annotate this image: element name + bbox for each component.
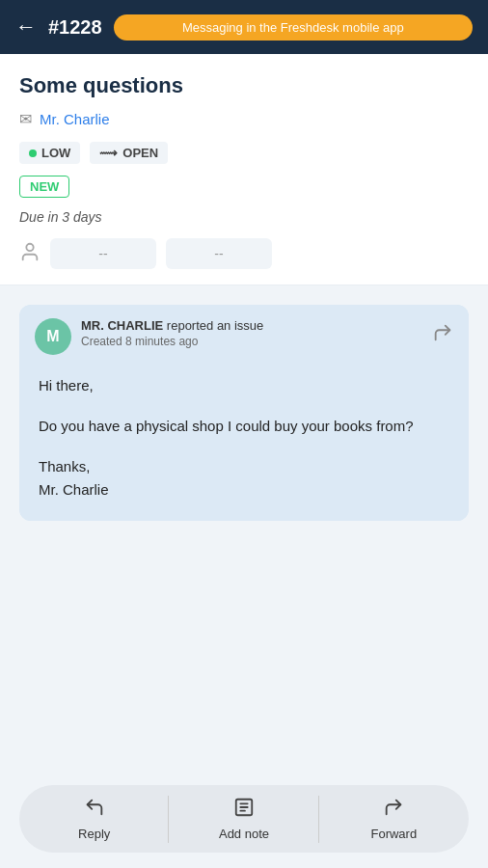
due-text: Due in 3 days: [19, 209, 469, 225]
header-banner: Messaging in the Freshdesk mobile app: [114, 14, 473, 41]
ticket-title: Some questions: [19, 73, 469, 98]
forward-icon: [383, 797, 404, 823]
tag-badge: NEW: [19, 176, 69, 198]
action-bar: Reply Add note Forward: [0, 773, 488, 868]
message-header-left: M MR. CHARLIE reported an issue Created …: [35, 318, 263, 355]
priority-label: LOW: [41, 146, 70, 160]
ticket-badges: LOW ⟿ OPEN: [19, 142, 469, 164]
assignee-field-2[interactable]: --: [166, 238, 272, 269]
bottom-spacer: [0, 530, 488, 627]
message-header: M MR. CHARLIE reported an issue Created …: [19, 305, 469, 365]
ticket-card: Some questions ✉ Mr. Charlie LOW ⟿ OPEN …: [0, 54, 488, 285]
forward-label: Forward: [370, 827, 417, 841]
created-text: Created 8 minutes ago: [81, 335, 263, 348]
priority-dot: [29, 149, 37, 157]
reporter-name: MR. CHARLIE: [81, 318, 163, 333]
message-line-1: Hi there,: [39, 374, 449, 397]
message-line-3: Thanks,: [39, 455, 449, 478]
message-line-2: Do you have a physical shop I could buy …: [39, 415, 449, 438]
reply-button[interactable]: Reply: [19, 785, 169, 853]
svg-point-0: [26, 243, 33, 250]
contact-name: Mr. Charlie: [40, 111, 110, 127]
note-icon: [233, 797, 255, 823]
message-meta: MR. CHARLIE reported an issue Created 8 …: [81, 318, 263, 348]
main-scroll: Some questions ✉ Mr. Charlie LOW ⟿ OPEN …: [0, 54, 488, 868]
action-bar-inner: Reply Add note Forward: [19, 785, 469, 853]
assignee-field-1[interactable]: --: [50, 238, 156, 269]
add-note-button[interactable]: Add note: [169, 785, 318, 853]
email-icon: ✉: [19, 110, 32, 128]
ticket-contact[interactable]: ✉ Mr. Charlie: [19, 110, 469, 128]
priority-badge[interactable]: LOW: [19, 142, 80, 164]
reply-icon: [84, 797, 105, 823]
person-icon: [19, 241, 41, 267]
reply-label: Reply: [78, 827, 110, 841]
forward-button[interactable]: Forward: [319, 785, 469, 853]
avatar: M: [35, 318, 71, 355]
status-badge[interactable]: ⟿ OPEN: [90, 142, 168, 164]
message-line-4: Mr. Charlie: [39, 478, 449, 502]
message-container: M MR. CHARLIE reported an issue Created …: [0, 285, 488, 521]
message-bubble: M MR. CHARLIE reported an issue Created …: [19, 305, 469, 521]
back-button[interactable]: ←: [15, 14, 37, 40]
reporter-text: MR. CHARLIE reported an issue: [81, 318, 263, 333]
status-icon: ⟿: [99, 146, 118, 160]
header: ← #1228 Messaging in the Freshdesk mobil…: [0, 0, 488, 54]
add-note-label: Add note: [219, 827, 269, 841]
message-body: Hi there, Do you have a physical shop I …: [19, 365, 469, 521]
assignee-row: -- --: [19, 238, 469, 269]
ticket-id: #1228: [48, 16, 102, 39]
reply-arrow-button[interactable]: [432, 322, 453, 348]
status-label: OPEN: [122, 146, 158, 160]
